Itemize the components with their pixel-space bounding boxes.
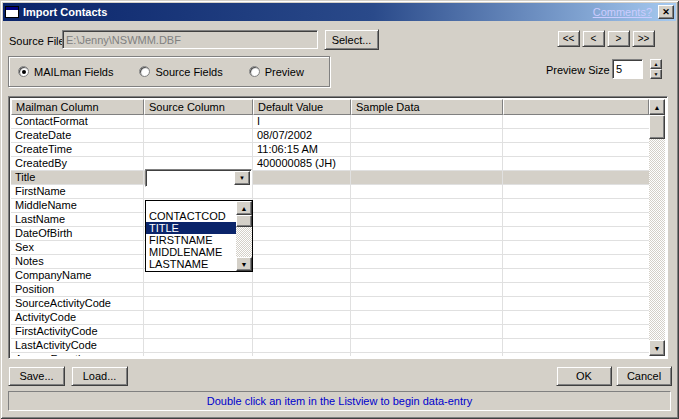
listview-vertical-scrollbar: ▲ ▼ [649, 99, 665, 356]
cell-sample-data [351, 157, 503, 170]
cell-mailman-column: CreateDate [11, 129, 144, 142]
scroll-up-button[interactable]: ▲ [649, 99, 665, 115]
table-row[interactable]: LastName [11, 213, 649, 227]
scroll-down-button[interactable]: ▼ [649, 340, 665, 356]
cell-mailman-column: ActivityCode [11, 311, 144, 324]
cell-sample-data [351, 241, 503, 254]
dropdown-item[interactable]: MIDDLENAME [146, 246, 236, 258]
view-option-radio[interactable]: Preview [249, 66, 304, 78]
dropdown-scroll-up-icon: ▲ [241, 205, 248, 212]
select-file-button[interactable]: Select... [324, 29, 379, 50]
cell-default-value: 11:06:15 AM [253, 143, 351, 156]
nav-first-button[interactable]: << [557, 30, 580, 47]
cell-mailman-column: ContactFormat [11, 115, 144, 128]
mapping-listview: Mailman Column Source Column Default Val… [8, 96, 668, 359]
cell-empty [503, 157, 649, 170]
cancel-button[interactable]: Cancel [616, 366, 672, 386]
load-button[interactable]: Load... [71, 366, 128, 386]
cell-empty [503, 325, 649, 338]
radio-icon [249, 66, 260, 77]
dropdown-item[interactable]: LASTNAME [146, 258, 236, 270]
scroll-thumb[interactable] [649, 115, 665, 139]
cell-source-column [144, 283, 253, 296]
table-row[interactable]: CompanyName [11, 269, 649, 283]
radio-label: MAILman Fields [34, 66, 113, 78]
combobox-dropdown-button[interactable]: ▼ [234, 171, 250, 185]
cell-mailman-column: FirstName [11, 185, 144, 198]
table-row[interactable]: SourceActivityCode [11, 297, 649, 311]
dropdown-scroll-track[interactable] [236, 227, 252, 257]
dropdown-item[interactable]: TITLE [146, 222, 236, 234]
table-row[interactable]: LastActivityCode [11, 339, 649, 353]
column-header-sample[interactable]: Sample Data [351, 99, 503, 115]
cell-mailman-column: LastName [11, 213, 144, 226]
spinner-down-icon: ▼ [654, 71, 659, 77]
table-row[interactable]: AccessFunction [11, 353, 649, 356]
source-file-input [62, 30, 318, 49]
table-row[interactable]: Position [11, 283, 649, 297]
cell-empty [503, 311, 649, 324]
cell-empty [503, 143, 649, 156]
table-row[interactable]: CreateDate 08/07/2002 [11, 129, 649, 143]
cell-mailman-column: Notes [11, 255, 144, 268]
cell-empty [503, 115, 649, 128]
table-row[interactable]: Title [11, 171, 649, 185]
status-bar: Double click an item in the Listview to … [8, 391, 671, 411]
view-option-radio[interactable]: MAILman Fields [18, 66, 113, 78]
table-row[interactable]: MiddleName [11, 199, 649, 213]
dropdown-scroll-thumb[interactable] [236, 215, 252, 227]
column-header-source[interactable]: Source Column [144, 99, 253, 115]
table-row[interactable]: CreateTime 11:06:15 AM [11, 143, 649, 157]
source-column-combobox[interactable]: ▼ [145, 169, 252, 187]
save-button[interactable]: Save... [8, 366, 65, 386]
close-button[interactable]: ✕ [658, 5, 674, 19]
cell-mailman-column: CreateTime [11, 143, 144, 156]
scroll-track[interactable] [649, 139, 665, 340]
preview-size-input[interactable] [612, 59, 643, 79]
cell-default-value: I [253, 115, 351, 128]
cell-default-value [253, 339, 351, 352]
table-row[interactable]: Notes [11, 255, 649, 269]
column-header-default[interactable]: Default Value [253, 99, 351, 115]
ok-button[interactable]: OK [556, 366, 612, 386]
dropdown-item[interactable] [146, 202, 236, 210]
cell-default-value [253, 283, 351, 296]
cell-source-column [144, 353, 253, 356]
cell-default-value [253, 353, 351, 356]
cell-default-value: 400000085 (JH) [253, 157, 351, 170]
cell-sample-data [351, 353, 503, 356]
title-bar[interactable]: Import Contacts Comments? ✕ [3, 3, 676, 21]
cell-empty [503, 129, 649, 142]
table-row[interactable]: CreatedBy 400000085 (JH) [11, 157, 649, 171]
nav-prev-button[interactable]: < [582, 30, 605, 47]
cell-sample-data [351, 339, 503, 352]
cell-sample-data [351, 129, 503, 142]
spinner-down-button[interactable]: ▼ [650, 69, 662, 79]
nav-next-button[interactable]: > [607, 30, 630, 47]
table-row[interactable]: Sex [11, 241, 649, 255]
cell-sample-data [351, 171, 503, 184]
cell-sample-data [351, 185, 503, 198]
table-row[interactable]: ActivityCode [11, 311, 649, 325]
dropdown-item[interactable]: FIRSTNAME [146, 234, 236, 246]
column-header-mailman[interactable]: Mailman Column [11, 99, 144, 115]
table-row[interactable]: ContactFormat I [11, 115, 649, 129]
view-option-radio[interactable]: Source Fields [139, 66, 222, 78]
cell-default-value [253, 325, 351, 338]
dropdown-scroll-down-button[interactable]: ▼ [236, 257, 252, 271]
table-row[interactable]: DateOfBirth [11, 227, 649, 241]
nav-last-button[interactable]: >> [632, 30, 655, 47]
spinner-up-icon: ▲ [654, 61, 659, 67]
table-row[interactable]: FirstActivityCode [11, 325, 649, 339]
cell-default-value [253, 255, 351, 268]
cell-empty [503, 255, 649, 268]
cell-default-value [253, 171, 351, 184]
cell-sample-data [351, 227, 503, 240]
radio-icon [18, 66, 29, 77]
table-row[interactable]: FirstName [11, 185, 649, 199]
comments-link[interactable]: Comments? [593, 6, 652, 18]
dropdown-scroll-up-button[interactable]: ▲ [236, 201, 252, 215]
cell-sample-data [351, 199, 503, 212]
spinner-up-button[interactable]: ▲ [650, 59, 662, 69]
dropdown-item[interactable]: CONTACTCOD [146, 210, 236, 222]
